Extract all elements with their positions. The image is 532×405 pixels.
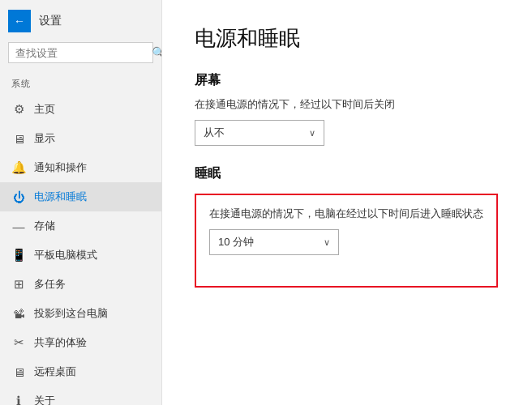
sleep-section-wrapper: 睡眠 在接通电源的情况下，电脑在经过以下时间后进入睡眠状态 10 分钟 ∨ — [195, 165, 500, 288]
remote-icon: 🖥 — [11, 364, 26, 379]
back-button[interactable]: ← — [8, 10, 31, 32]
sidebar-item-label-power: 电源和睡眠 — [34, 190, 87, 204]
sleep-dropdown-arrow: ∨ — [324, 237, 330, 248]
sidebar-item-power[interactable]: ⏻ 电源和睡眠 — [0, 182, 161, 211]
display-icon: 🖥 — [11, 131, 26, 146]
sidebar-item-display[interactable]: 🖥 显示 — [0, 124, 161, 153]
sidebar-item-label-tablet: 平板电脑模式 — [34, 248, 97, 262]
screen-dropdown[interactable]: 从不 ∨ — [195, 120, 324, 146]
storage-icon: — — [11, 219, 26, 233]
screen-dropdown-value: 从不 — [204, 126, 225, 140]
sleep-section-desc: 在接通电源的情况下，电脑在经过以下时间后进入睡眠状态 — [209, 207, 483, 221]
about-icon: ℹ — [11, 394, 26, 405]
sidebar-item-notification[interactable]: 🔔 通知和操作 — [0, 153, 161, 182]
sidebar-item-project[interactable]: 📽 投影到这台电脑 — [0, 299, 161, 328]
sidebar-item-home[interactable]: ⚙ 主页 — [0, 95, 161, 124]
tablet-icon: 📱 — [11, 248, 26, 262]
screen-dropdown-arrow: ∨ — [309, 128, 315, 139]
sidebar-item-label-share: 共享的体验 — [34, 335, 87, 350]
sidebar-item-label-storage: 存储 — [34, 219, 55, 233]
screen-section: 屏幕 在接通电源的情况下，经过以下时间后关闭 从不 ∨ — [195, 72, 500, 165]
search-icon[interactable]: 🔍 — [152, 46, 162, 59]
sidebar-item-label-display: 显示 — [34, 131, 55, 146]
sleep-section: 在接通电源的情况下，电脑在经过以下时间后进入睡眠状态 10 分钟 ∨ — [195, 194, 498, 288]
settings-title: 设置 — [39, 14, 62, 28]
multitask-icon: ⊞ — [11, 277, 26, 292]
notification-icon: 🔔 — [11, 160, 26, 175]
screen-section-heading: 屏幕 — [195, 72, 500, 89]
search-box[interactable]: 🔍 — [8, 42, 153, 63]
sidebar-section-label: 系统 — [0, 75, 161, 95]
sidebar-item-multitask[interactable]: ⊞ 多任务 — [0, 270, 161, 299]
project-icon: 📽 — [11, 306, 26, 321]
sidebar-item-label-multitask: 多任务 — [34, 277, 66, 292]
main-content: 电源和睡眠 屏幕 在接通电源的情况下，经过以下时间后关闭 从不 ∨ 睡眠 在接通… — [162, 0, 532, 405]
sidebar-item-remote[interactable]: 🖥 远程桌面 — [0, 357, 161, 386]
back-icon: ← — [14, 15, 25, 28]
sidebar: ← 设置 🔍 系统 ⚙ 主页 🖥 显示 🔔 通知和操作 ⏻ 电源和睡眠 — 存储… — [0, 0, 162, 405]
sidebar-item-storage[interactable]: — 存储 — [0, 211, 161, 241]
share-icon: ✂ — [11, 335, 26, 350]
sleep-dropdown[interactable]: 10 分钟 ∨ — [209, 229, 339, 255]
sidebar-item-label-notification: 通知和操作 — [34, 160, 87, 175]
search-input[interactable] — [15, 47, 152, 59]
sidebar-item-label-home: 主页 — [34, 102, 55, 117]
sidebar-item-label-project: 投影到这台电脑 — [34, 306, 108, 321]
sidebar-header: ← 设置 — [0, 0, 161, 42]
page-title: 电源和睡眠 — [195, 24, 500, 53]
sidebar-item-tablet[interactable]: 📱 平板电脑模式 — [0, 241, 161, 270]
sidebar-item-label-remote: 远程桌面 — [34, 364, 76, 379]
sidebar-item-about[interactable]: ℹ 关于 — [0, 386, 161, 405]
sidebar-item-share[interactable]: ✂ 共享的体验 — [0, 328, 161, 357]
screen-section-desc: 在接通电源的情况下，经过以下时间后关闭 — [195, 97, 500, 112]
power-icon: ⏻ — [11, 190, 26, 204]
sleep-section-heading: 睡眠 — [195, 165, 500, 182]
sidebar-item-label-about: 关于 — [34, 394, 55, 405]
sleep-dropdown-value: 10 分钟 — [218, 235, 254, 249]
home-icon: ⚙ — [11, 102, 26, 117]
